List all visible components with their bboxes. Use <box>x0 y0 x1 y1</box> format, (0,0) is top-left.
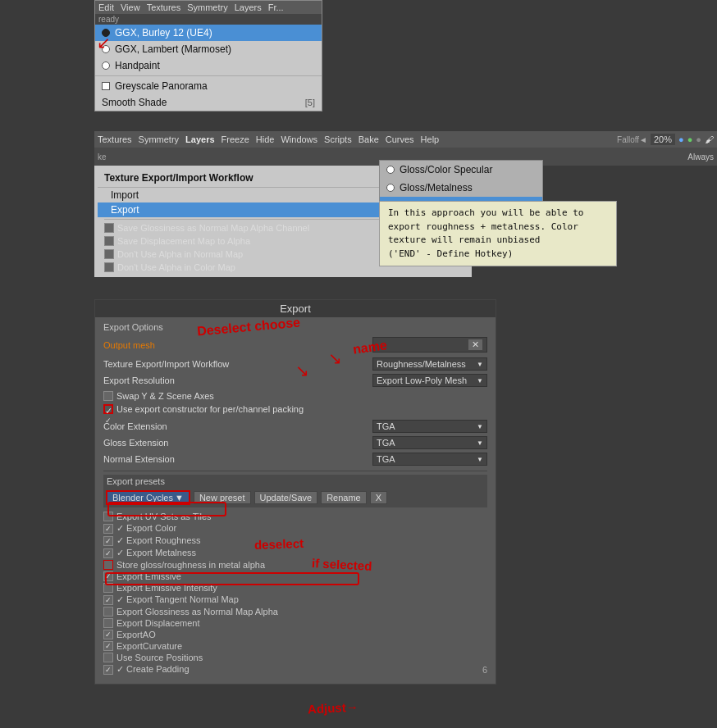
cb-emissive-intensity[interactable] <box>103 583 113 593</box>
toolbar-label: ke <box>98 152 107 162</box>
tangent-normal-label: ✓ Export Tangent Normal Map <box>116 594 239 605</box>
menu-layers-mid[interactable]: Layers <box>185 134 214 144</box>
uv-tiles-label: Export UV Sets as Tiles <box>116 512 212 521</box>
normal-ext-row: Normal Extension TGA ▼ <box>103 451 487 467</box>
resolution-label: Export Resolution <box>103 375 372 385</box>
cb-ao[interactable]: ✓ <box>103 630 113 639</box>
sphere-icon2[interactable]: ● <box>687 134 693 144</box>
no-alpha-color-cb[interactable] <box>104 262 114 272</box>
cb-displacement[interactable] <box>103 618 113 628</box>
curvature-label: ExportCurvature <box>116 641 182 651</box>
menu-textures[interactable]: Textures <box>147 2 181 12</box>
gloss-ext-row: Gloss Extension TGA ▼ <box>103 435 487 451</box>
cb-color[interactable]: ✓ <box>103 524 113 534</box>
menu-edit[interactable]: Edit <box>98 2 114 12</box>
export-body: Export Options Output mesh ✕ Texture Exp… <box>95 317 496 684</box>
rename-btn[interactable]: Rename <box>321 491 367 504</box>
menu-view[interactable]: View <box>121 2 140 12</box>
export-section-title: Export Options <box>103 322 487 332</box>
preset-name: Blender Cycles <box>112 493 173 503</box>
paint-icon[interactable]: 🖌 <box>705 134 714 144</box>
menu-help[interactable]: Help <box>421 134 440 144</box>
close-preset-btn[interactable]: X <box>370 491 387 504</box>
menu-scripts[interactable]: Scripts <box>324 134 352 144</box>
status-text: ready <box>98 15 119 24</box>
shader-ggx-burley[interactable]: GGX, Burley 12 (UE4) <box>95 25 322 41</box>
resolution-value[interactable]: Export Low-Poly Mesh ▼ <box>372 374 487 387</box>
export-metalness: ✓ ✓ Export Metalness <box>103 547 487 559</box>
gloss-metalness-label: Gloss/Metalness <box>400 182 473 193</box>
no-alpha-color-label: Don't Use Alpha in Color Map <box>117 262 235 272</box>
save-gloss-label: Save Glossiness as Normal Map Alpha Chan… <box>117 223 309 233</box>
output-mesh-value[interactable]: ✕ <box>372 337 487 353</box>
menu-curves[interactable]: Curves <box>386 134 414 144</box>
workflow-row-value[interactable]: Roughness/Metalness ▼ <box>372 357 487 371</box>
export-div1 <box>103 471 487 471</box>
swap-cb[interactable] <box>103 391 113 401</box>
cb-emissive[interactable]: ✓ <box>103 571 113 581</box>
no-alpha-normal-cb[interactable] <box>104 249 114 259</box>
create-padding-label: ✓ Create Padding <box>116 664 190 675</box>
shader-dropdown: GGX, Burley 12 (UE4) GGX, Lambert (Marmo… <box>95 25 322 111</box>
new-preset-btn[interactable]: New preset <box>194 491 251 504</box>
normal-ext-value[interactable]: TGA ▼ <box>372 453 487 466</box>
menu-windows[interactable]: Windows <box>281 134 317 144</box>
menu-freeze[interactable]: Fr... <box>268 2 284 12</box>
shader-greyscale[interactable]: Greyscale Panorama <box>95 78 322 94</box>
cb-tangent-normal[interactable]: ✓ <box>103 595 113 605</box>
displacement-label: Export Displacement <box>116 618 200 628</box>
radio-ggx-lambert <box>102 45 110 53</box>
gloss-metalness[interactable]: Gloss/Metalness <box>380 179 542 197</box>
shader-greyscale-label: Greyscale Panorama <box>115 80 208 92</box>
gloss-color-specular-label: Gloss/Color Specular <box>400 164 492 175</box>
preset-select[interactable]: Blender Cycles ▼ <box>106 490 190 505</box>
cb-roughness[interactable]: ✓ <box>103 536 113 546</box>
gloss-color-specular[interactable]: Gloss/Color Specular <box>380 161 542 179</box>
cb-create-padding[interactable]: ✓ <box>103 665 113 675</box>
menu-symmetry[interactable]: Symmetry <box>187 2 228 12</box>
shortcut-label: [5] <box>305 98 315 107</box>
resolution-value-text: Export Low-Poly Mesh <box>377 375 467 385</box>
gloss-ext-arrow: ▼ <box>477 439 483 447</box>
ao-label: ExportAO <box>116 630 156 639</box>
export-constructor-label: Use export constructor for per/channel p… <box>116 404 304 414</box>
menu-textures-mid[interactable]: Textures <box>98 134 132 144</box>
sphere-icon[interactable]: ● <box>678 134 684 144</box>
export-checklist: Export UV Sets as Tiles ✓ ✓ Export Color… <box>103 507 487 679</box>
cb-glossiness-alpha[interactable] <box>103 607 113 617</box>
cb-store-gloss[interactable] <box>103 560 113 570</box>
export-constructor-cb[interactable]: ✓ <box>103 404 113 414</box>
update-save-btn[interactable]: Update/Save <box>254 491 318 504</box>
cb-curvature[interactable]: ✓ <box>103 641 113 651</box>
cb-uv-tiles[interactable] <box>103 512 113 521</box>
smooth-shade[interactable]: Smooth Shade [5] <box>95 94 322 111</box>
normal-ext-arrow: ▼ <box>477 456 483 463</box>
import-label: Import <box>111 189 139 201</box>
menu-symmetry-mid[interactable]: Symmetry <box>139 134 180 144</box>
output-mesh-row: Output mesh ✕ <box>103 335 487 354</box>
shader-handpaint[interactable]: Handpaint <box>95 57 322 74</box>
menu-hide[interactable]: Hide <box>256 134 275 144</box>
shader-ggx-lambert[interactable]: GGX, Lambert (Marmoset) <box>95 41 322 57</box>
export-displacement: Export Displacement <box>103 617 487 629</box>
export-color: ✓ ✓ Export Color <box>103 522 487 535</box>
cb-source-positions[interactable] <box>103 653 113 662</box>
normal-ext-text: TGA <box>377 454 395 464</box>
save-gloss-cb[interactable] <box>104 223 114 233</box>
gloss-ext-value[interactable]: TGA ▼ <box>372 436 487 449</box>
sphere-icon3[interactable]: ● <box>696 134 701 144</box>
export-dialog: Export Export Options Output mesh ✕ Text… <box>94 299 496 685</box>
store-gloss-row: Store gloss/roughness in metal alpha <box>103 559 487 571</box>
export-ao: ✓ ExportAO <box>103 629 487 640</box>
menu-freeze[interactable]: Freeze <box>221 134 249 144</box>
emissive-label: Export Emissive <box>116 571 181 581</box>
save-disp-cb[interactable] <box>104 236 114 246</box>
color-ext-value[interactable]: TGA ▼ <box>372 420 487 433</box>
presets-controls: Blender Cycles ▼ New preset Update/Save … <box>103 488 487 507</box>
zoom-value[interactable]: 20% <box>651 134 675 145</box>
output-mesh-close[interactable]: ✕ <box>468 339 483 351</box>
menu-layers[interactable]: Layers <box>235 2 262 12</box>
cb-metalness[interactable]: ✓ <box>103 548 113 558</box>
menu-bake[interactable]: Bake <box>358 134 379 144</box>
color-ext-text: TGA <box>377 421 395 431</box>
